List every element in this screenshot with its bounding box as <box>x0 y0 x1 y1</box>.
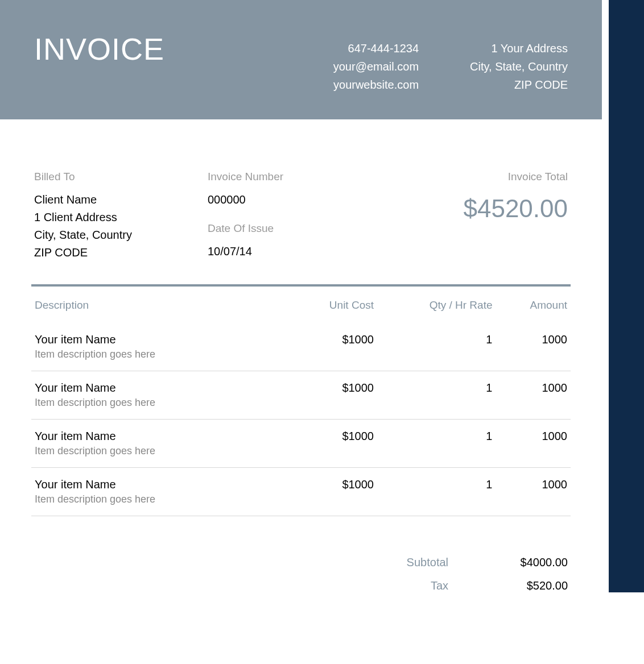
item-qty: 1 <box>377 371 496 420</box>
item-qty: 1 <box>377 323 496 371</box>
col-amount: Amount <box>496 293 571 323</box>
date-of-issue-label: Date Of Issue <box>208 222 373 235</box>
item-name: Your item Name <box>35 430 287 443</box>
header-contact: 647-444-1234 your@email.com yourwebsite.… <box>333 39 419 81</box>
date-of-issue: 10/07/14 <box>208 243 373 260</box>
subtotal-value: $4000.00 <box>488 556 568 569</box>
line-items-table-wrap: Description Unit Cost Qty / Hr Rate Amou… <box>0 284 602 516</box>
item-name: Your item Name <box>35 381 287 395</box>
item-qty: 1 <box>377 420 496 468</box>
subtotal-row: Subtotal $4000.00 <box>380 556 568 569</box>
col-unit-cost: Unit Cost <box>290 293 377 323</box>
totals-block: Subtotal $4000.00 Tax $520.00 <box>0 516 602 592</box>
item-qty: 1 <box>377 468 496 516</box>
col-qty: Qty / Hr Rate <box>377 293 496 323</box>
item-unit-cost: $1000 <box>290 323 377 371</box>
invoice-page: INVOICE 647-444-1234 your@email.com your… <box>0 0 602 592</box>
header-website: yourwebsite.com <box>333 76 419 94</box>
item-name: Your item Name <box>35 478 287 491</box>
item-name: Your item Name <box>35 333 287 346</box>
invoice-title: INVOICE <box>34 31 164 81</box>
invoice-number-block: Invoice Number 000000 Date Of Issue 10/0… <box>208 171 373 262</box>
page-right-stripe-gap <box>602 0 609 592</box>
table-top-rule <box>31 284 571 287</box>
client-address2: City, State, Country <box>34 226 208 244</box>
item-description: Item description goes here <box>35 493 287 505</box>
header-address-line1: 1 Your Address <box>470 39 568 57</box>
table-row: Your item NameItem description goes here… <box>31 323 571 371</box>
item-amount: 1000 <box>496 468 571 516</box>
item-amount: 1000 <box>496 420 571 468</box>
item-unit-cost: $1000 <box>290 371 377 420</box>
table-row: Your item NameItem description goes here… <box>31 371 571 420</box>
page-right-stripe <box>604 0 644 592</box>
item-description: Item description goes here <box>35 397 287 409</box>
invoice-number-label: Invoice Number <box>208 171 373 183</box>
header-phone: 647-444-1234 <box>333 39 419 57</box>
item-unit-cost: $1000 <box>290 468 377 516</box>
line-items-table: Description Unit Cost Qty / Hr Rate Amou… <box>31 293 571 516</box>
subtotal-label: Subtotal <box>380 556 448 569</box>
item-description-cell: Your item NameItem description goes here <box>31 371 290 420</box>
client-name: Client Name <box>34 191 208 209</box>
billed-to-block: Billed To Client Name 1 Client Address C… <box>34 171 208 262</box>
item-amount: 1000 <box>496 371 571 420</box>
item-description-cell: Your item NameItem description goes here <box>31 468 290 516</box>
tax-label: Tax <box>380 579 448 592</box>
item-description: Item description goes here <box>35 445 287 457</box>
client-address1: 1 Client Address <box>34 209 208 226</box>
table-row: Your item NameItem description goes here… <box>31 420 571 468</box>
header-address-line2: City, State, Country <box>470 57 568 76</box>
item-description: Item description goes here <box>35 348 287 360</box>
tax-row: Tax $520.00 <box>380 579 568 592</box>
item-amount: 1000 <box>496 323 571 371</box>
billed-to-label: Billed To <box>34 171 208 183</box>
invoice-meta: Billed To Client Name 1 Client Address C… <box>0 119 602 284</box>
invoice-number: 000000 <box>208 191 373 209</box>
invoice-total-block: Invoice Total $4520.00 <box>373 171 568 262</box>
col-description: Description <box>31 293 290 323</box>
item-unit-cost: $1000 <box>290 420 377 468</box>
client-zip: ZIP CODE <box>34 244 208 262</box>
table-row: Your item NameItem description goes here… <box>31 468 571 516</box>
invoice-total-amount: $4520.00 <box>373 194 568 223</box>
header-address: 1 Your Address City, State, Country ZIP … <box>470 39 568 81</box>
item-description-cell: Your item NameItem description goes here <box>31 420 290 468</box>
header-email: your@email.com <box>333 57 419 76</box>
item-description-cell: Your item NameItem description goes here <box>31 323 290 371</box>
header-right: 647-444-1234 your@email.com yourwebsite.… <box>333 31 568 81</box>
tax-value: $520.00 <box>488 579 568 592</box>
invoice-total-label: Invoice Total <box>373 171 568 183</box>
header-zip: ZIP CODE <box>470 76 568 94</box>
invoice-header: INVOICE 647-444-1234 your@email.com your… <box>0 0 602 119</box>
